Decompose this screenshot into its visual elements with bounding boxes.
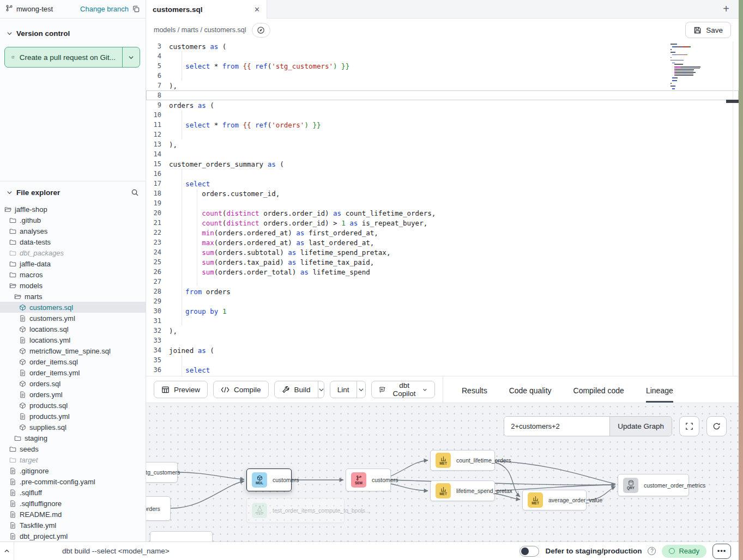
tree-item-analyses[interactable]: analyses xyxy=(0,226,146,236)
build-button[interactable]: Build xyxy=(275,381,318,398)
lineage-node-customers[interactable]: MDLcustomers xyxy=(246,468,292,491)
tree-item-order-items-yml[interactable]: order_items.yml xyxy=(0,367,146,378)
tree-item-readme-md[interactable]: README.md xyxy=(0,509,146,520)
lineage-filter-input[interactable] xyxy=(504,417,609,436)
code-line-29[interactable]: 29 xyxy=(146,296,739,306)
tree-item-supplies-sql[interactable]: supplies.sql xyxy=(0,422,146,433)
code-line-4[interactable]: 4 xyxy=(146,51,739,61)
code-line-36[interactable]: 36 select xyxy=(146,365,739,375)
tree-item-models[interactable]: models xyxy=(0,280,146,291)
code-line-13[interactable]: 13), xyxy=(146,139,739,149)
code-editor[interactable]: 3customers as (45 select * from {{ ref('… xyxy=(146,41,739,376)
tree-item-dbt-project-yml[interactable]: dbt_project.yml xyxy=(0,531,146,541)
code-line-11[interactable]: 11 select * from {{ ref('orders') }} xyxy=(146,120,739,130)
code-line-21[interactable]: 21 count(distinct orders.order_id) > 1 a… xyxy=(146,218,739,228)
file-explorer-header[interactable]: File explorer xyxy=(0,181,146,199)
code-line-35[interactable]: 35 xyxy=(146,355,739,365)
code-line-14[interactable]: 14 xyxy=(146,149,739,159)
tab-code-quality[interactable]: Code quality xyxy=(509,386,552,403)
code-line-17[interactable]: 17 select xyxy=(146,179,739,188)
code-line-10[interactable]: 10 xyxy=(146,110,739,120)
lineage-node-test_order_items_compute_to_bools...[interactable]: TSTtest_order_items_compute_to_bools... xyxy=(246,498,345,523)
tree-item-macros[interactable]: macros xyxy=(0,269,146,280)
lineage-node-lifetime_spend_pretax[interactable]: METlifetime_spend_pretax xyxy=(430,480,495,501)
code-line-5[interactable]: 5 select * from {{ ref('stg_customers') … xyxy=(146,61,739,71)
fullscreen-button[interactable] xyxy=(679,416,699,436)
tree-item-jaffle-data[interactable]: jaffle-data xyxy=(0,258,146,269)
version-control-header[interactable]: Version control xyxy=(0,26,146,40)
copy-branch-icon[interactable] xyxy=(132,5,140,13)
tree-item-dbt-packages[interactable]: dbt_packages xyxy=(0,247,146,258)
tab-results[interactable]: Results xyxy=(462,386,487,403)
tab-customers-sql[interactable]: customers.sql ✕ xyxy=(146,0,267,19)
tab-lineage[interactable]: Lineage xyxy=(646,386,673,403)
defer-toggle[interactable] xyxy=(520,546,539,557)
lineage-node-average_order_value[interactable]: METaverage_order_value xyxy=(522,490,587,510)
code-line-27[interactable]: 27 xyxy=(146,277,739,287)
save-button[interactable]: Save xyxy=(685,22,731,38)
tree-item-customers-sql[interactable]: customers.sql xyxy=(0,302,146,313)
tree-item-metricflow-time-spine-sql[interactable]: metricflow_time_spine.sql xyxy=(0,345,146,356)
code-line-8[interactable]: 8 xyxy=(146,90,739,100)
refresh-button[interactable] xyxy=(706,416,727,436)
tab-compiled-code[interactable]: Compiled code xyxy=(573,386,624,403)
tree-item--sqlfluffignore[interactable]: .sqlfluffignore xyxy=(0,498,146,509)
lineage-node-count_lifetime_orders[interactable]: METcount_lifetime_orders xyxy=(430,450,495,471)
tree-item--github[interactable]: .github xyxy=(0,215,146,226)
collapse-panel-icon[interactable] xyxy=(0,542,14,560)
lineage-node-customers[interactable]: SEMcustomers xyxy=(346,468,391,491)
code-line-23[interactable]: 23 max(orders.ordered_at) as last_ordere… xyxy=(146,238,739,247)
build-dropdown-caret[interactable] xyxy=(318,381,324,398)
code-line-30[interactable]: 30 group by 1 xyxy=(146,306,739,316)
code-line-7[interactable]: 7), xyxy=(146,81,739,90)
tree-item-data-tests[interactable]: data-tests xyxy=(0,236,146,247)
new-tab-button[interactable]: + xyxy=(714,0,739,18)
code-line-24[interactable]: 24 sum(orders.subtotal) as lifetime_spen… xyxy=(146,247,739,257)
tree-item-taskfile-yml[interactable]: Taskfile.yml xyxy=(0,520,146,531)
code-line-34[interactable]: 34joined as ( xyxy=(146,345,739,355)
minimap[interactable] xyxy=(670,41,714,89)
code-line-6[interactable]: 6 xyxy=(146,71,739,81)
code-line-28[interactable]: 28 from orders xyxy=(146,287,739,296)
code-line-31[interactable]: 31 xyxy=(146,316,739,326)
lineage-node-orders[interactable]: MDLorders xyxy=(146,496,171,521)
code-line-26[interactable]: 26 sum(orders.order_total) as lifetime_s… xyxy=(146,267,739,277)
tree-item-orders-sql[interactable]: orders.sql xyxy=(0,378,146,389)
lineage-node-partial[interactable] xyxy=(150,531,213,541)
help-icon[interactable]: ? xyxy=(648,547,656,555)
tree-item-locations-sql[interactable]: locations.sql xyxy=(0,324,146,334)
tree-item-target[interactable]: target xyxy=(0,454,146,465)
search-icon[interactable] xyxy=(131,188,139,197)
lineage-node-customer_order_metrics[interactable]: QRYcustomer_order_metrics xyxy=(618,474,689,496)
code-line-18[interactable]: 18 orders.customer_id, xyxy=(146,188,739,198)
code-line-33[interactable]: 33 xyxy=(146,336,739,345)
more-options-button[interactable]: ••• xyxy=(712,544,731,559)
lineage-panel[interactable]: MDLstg_customersMDLordersMDLcustomersTST… xyxy=(146,403,739,541)
minimap-slider[interactable] xyxy=(726,100,739,103)
command-input[interactable]: dbt build --select <model_name> xyxy=(62,547,170,555)
code-line-3[interactable]: 3customers as ( xyxy=(146,41,739,51)
change-branch-link[interactable]: Change branch xyxy=(80,5,129,13)
update-graph-button[interactable]: Update Graph xyxy=(609,417,672,436)
tree-item-staging[interactable]: staging xyxy=(0,433,146,443)
tree-item-order-items-sql[interactable]: order_items.sql xyxy=(0,356,146,367)
compile-button[interactable]: Compile xyxy=(213,381,269,398)
preview-button[interactable]: Preview xyxy=(154,381,208,398)
code-line-19[interactable]: 19 xyxy=(146,198,739,208)
code-line-9[interactable]: 9orders as ( xyxy=(146,100,739,110)
tree-item-products-yml[interactable]: products.yml xyxy=(0,411,146,422)
code-line-16[interactable]: 16 xyxy=(146,169,739,179)
create-pr-dropdown-caret[interactable] xyxy=(122,47,140,67)
editor-scrollbar[interactable] xyxy=(733,41,733,376)
lint-button[interactable]: Lint xyxy=(330,381,357,398)
lint-dropdown-caret[interactable] xyxy=(357,381,366,398)
tree-item-seeds[interactable]: seeds xyxy=(0,443,146,454)
lineage-node-stg_customers[interactable]: MDLstg_customers xyxy=(146,462,178,483)
code-line-22[interactable]: 22 min(orders.ordered_at) as first_order… xyxy=(146,228,739,238)
code-line-12[interactable]: 12 xyxy=(146,130,739,139)
tree-item--pre-commit-config-yaml[interactable]: .pre-commit-config.yaml xyxy=(0,476,146,487)
tree-item--sqlfluff[interactable]: .sqlfluff xyxy=(0,487,146,498)
code-line-32[interactable]: 32), xyxy=(146,326,739,336)
tree-item-customers-yml[interactable]: customers.yml xyxy=(0,313,146,324)
create-pr-button[interactable]: Create a pull request on Git... xyxy=(5,47,122,67)
